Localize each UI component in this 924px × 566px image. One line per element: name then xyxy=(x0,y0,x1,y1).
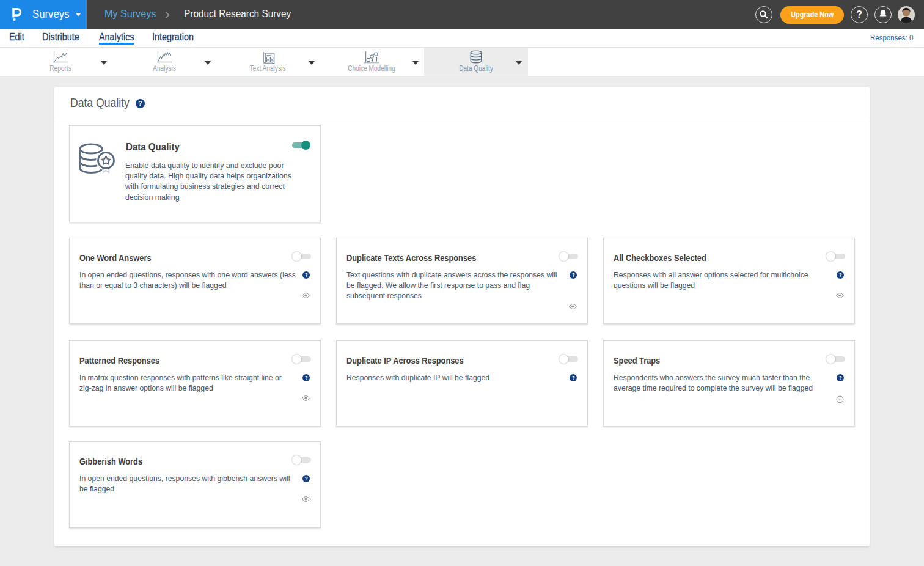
svg-text:?: ? xyxy=(304,375,307,381)
svg-text:?: ? xyxy=(571,272,574,278)
svg-text:?: ? xyxy=(304,476,307,482)
svg-text:?: ? xyxy=(838,272,842,278)
svg-text:?: ? xyxy=(304,272,307,278)
svg-text:?: ? xyxy=(138,100,142,107)
svg-text:?: ? xyxy=(838,375,842,381)
svg-text:?: ? xyxy=(571,375,574,381)
